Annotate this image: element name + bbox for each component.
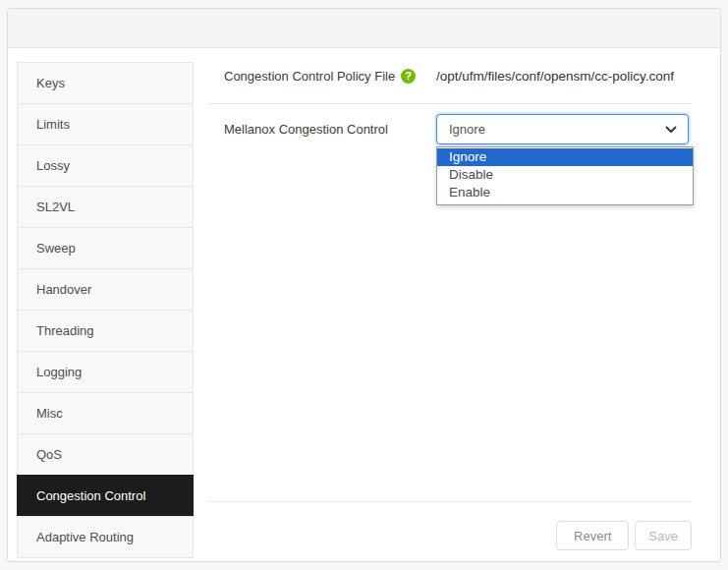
policy-file-label-text: Congestion Control Policy File bbox=[224, 69, 395, 84]
sidebar-item-threading[interactable]: Threading bbox=[17, 310, 194, 352]
save-button[interactable]: Save bbox=[635, 521, 692, 550]
sidebar-item-limits[interactable]: Limits bbox=[17, 103, 194, 145]
mellanox-congestion-control-row: Mellanox Congestion Control Ignore Ignor… bbox=[209, 104, 692, 144]
settings-panel: Keys Limits Lossy SL2VL Sweep Handover T… bbox=[7, 8, 721, 562]
settings-sidebar: Keys Limits Lossy SL2VL Sweep Handover T… bbox=[17, 62, 194, 558]
congestion-control-dropdown: Ignore Disable Enable bbox=[436, 146, 694, 205]
sidebar-item-misc[interactable]: Misc bbox=[17, 392, 194, 434]
sidebar-item-qos[interactable]: QoS bbox=[17, 433, 194, 476]
sidebar-item-congestion-control[interactable]: Congestion Control bbox=[17, 475, 194, 517]
dropdown-option-disable[interactable]: Disable bbox=[437, 166, 693, 184]
help-question-icon[interactable]: ? bbox=[401, 69, 416, 84]
congestion-control-selected-value: Ignore bbox=[449, 122, 485, 137]
policy-file-value: /opt/ufm/files/conf/opensm/cc-policy.con… bbox=[436, 69, 674, 84]
sidebar-item-logging[interactable]: Logging bbox=[17, 351, 194, 393]
policy-file-label: Congestion Control Policy File ? bbox=[224, 69, 436, 84]
dropdown-option-enable[interactable]: Enable bbox=[437, 184, 693, 201]
sidebar-item-handover[interactable]: Handover bbox=[17, 268, 194, 311]
sidebar-item-keys[interactable]: Keys bbox=[17, 62, 194, 104]
panel-header bbox=[8, 9, 720, 48]
congestion-control-select-wrap: Ignore Ignore Disable Enable bbox=[436, 114, 689, 144]
dropdown-option-ignore[interactable]: Ignore bbox=[437, 148, 693, 166]
revert-button[interactable]: Revert bbox=[556, 521, 629, 550]
sidebar-item-adaptive-routing[interactable]: Adaptive Routing bbox=[17, 516, 194, 558]
form-footer: Revert Save bbox=[209, 501, 692, 550]
congestion-control-select[interactable]: Ignore bbox=[436, 114, 689, 144]
congestion-control-form: Congestion Control Policy File ? /opt/uf… bbox=[209, 48, 692, 144]
sidebar-item-sl2vl[interactable]: SL2VL bbox=[17, 186, 194, 228]
mellanox-congestion-control-label: Mellanox Congestion Control bbox=[224, 122, 436, 137]
mellanox-congestion-control-label-text: Mellanox Congestion Control bbox=[224, 122, 388, 137]
sidebar-item-sweep[interactable]: Sweep bbox=[17, 227, 194, 269]
policy-file-row: Congestion Control Policy File ? /opt/uf… bbox=[209, 48, 692, 104]
chevron-down-icon bbox=[665, 126, 677, 134]
sidebar-item-lossy[interactable]: Lossy bbox=[17, 144, 194, 187]
